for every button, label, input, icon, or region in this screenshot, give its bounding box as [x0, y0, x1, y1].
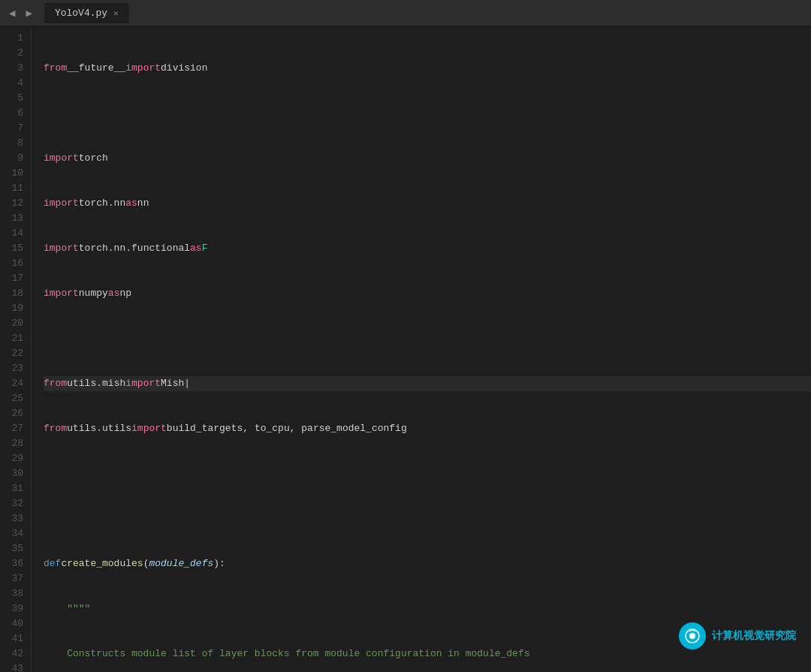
- code-line: """": [44, 601, 811, 616]
- code-line: [44, 106, 811, 121]
- title-bar: ◀ ▶ YoloV4.py ✕: [0, 0, 811, 26]
- editor: 1 2 3 4 5 6 7 8 9 10 11 12 13 14 15 16 1…: [0, 26, 811, 672]
- watermark: 计算机视觉研究院: [679, 622, 796, 649]
- code-line: import torch.nn as nn: [44, 196, 811, 211]
- code-line: from utils.mish import Mish|: [44, 376, 811, 391]
- watermark-text: 计算机视觉研究院: [712, 629, 796, 643]
- watermark-icon: [679, 622, 706, 649]
- code-line: [44, 466, 811, 481]
- tab[interactable]: YoloV4.py ✕: [44, 3, 129, 23]
- code-line: from __future__ import division: [44, 61, 811, 76]
- code-line: import torch.nn.functional as F: [44, 241, 811, 256]
- tab-filename: YoloV4.py: [55, 8, 107, 19]
- code-line: [44, 511, 811, 526]
- code-line: import torch: [44, 151, 811, 166]
- code-line: [44, 331, 811, 346]
- code-line: import numpy as np: [44, 286, 811, 301]
- code-line: def create_modules(module_defs):: [44, 556, 811, 571]
- tab-close-icon[interactable]: ✕: [113, 8, 119, 18]
- line-numbers: 1 2 3 4 5 6 7 8 9 10 11 12 13 14 15 16 1…: [0, 26, 32, 672]
- code-line: from utils.utils import build_targets, t…: [44, 421, 811, 436]
- nav-right-icon[interactable]: ▶: [23, 5, 35, 21]
- nav-left-icon[interactable]: ◀: [6, 5, 18, 21]
- code-content[interactable]: from __future__ import division import t…: [32, 26, 811, 672]
- svg-point-1: [689, 633, 695, 639]
